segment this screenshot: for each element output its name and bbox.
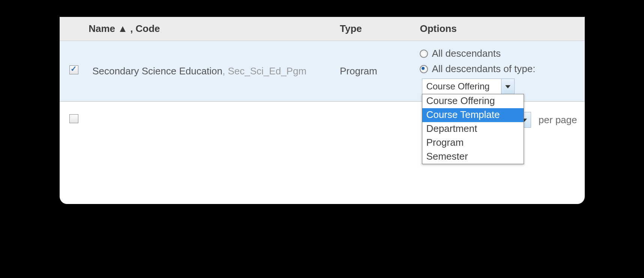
- org-unit-table: Name ▲ , Code Type Options Secondary Sci…: [60, 17, 585, 204]
- table-panel: Name ▲ , Code Type Options Secondary Sci…: [60, 17, 585, 204]
- table-header-row: Name ▲ , Code Type Options: [60, 17, 585, 41]
- option-all-descendants-of-type-label: All descendants of type:: [432, 63, 535, 75]
- option-all-descendants-label: All descendants: [432, 48, 501, 59]
- option-all-descendants-of-type[interactable]: All descendants of type:: [420, 63, 535, 75]
- radio-all-descendants[interactable]: [420, 50, 428, 58]
- dropdown-item[interactable]: Program: [422, 136, 524, 150]
- col-header-options: Options: [416, 17, 584, 41]
- row-name-text: Secondary Science Education: [92, 65, 222, 77]
- select-all-checkbox[interactable]: [69, 114, 78, 123]
- descendant-type-select[interactable]: Course Offering: [422, 79, 515, 94]
- table-row: Secondary Science Education, Sec_Sci_Ed_…: [60, 41, 585, 102]
- col-header-name-code[interactable]: Name ▲ , Code: [89, 17, 336, 41]
- chevron-down-icon: [505, 81, 510, 92]
- row-options: All descendants All descendants of type:…: [420, 48, 581, 94]
- col-header-type: Type: [336, 17, 416, 41]
- descendant-type-dropdown[interactable]: Course OfferingCourse TemplateDepartment…: [422, 94, 524, 164]
- row-name-sep: ,: [222, 65, 228, 77]
- descendant-type-select-button[interactable]: [501, 79, 514, 94]
- dropdown-item[interactable]: Department: [422, 122, 524, 136]
- descendant-type-select-value: Course Offering: [422, 79, 501, 94]
- option-all-descendants[interactable]: All descendants: [420, 48, 501, 59]
- row-checkbox[interactable]: [69, 65, 78, 74]
- row-name-code: Secondary Science Education, Sec_Sci_Ed_…: [92, 65, 306, 77]
- row-code-text: Sec_Sci_Ed_Pgm: [228, 65, 306, 77]
- dropdown-item[interactable]: Course Template: [422, 108, 524, 122]
- row-type-text: Program: [336, 41, 416, 102]
- col-header-checkbox: [60, 17, 89, 41]
- dropdown-item[interactable]: Course Offering: [422, 94, 524, 108]
- radio-all-descendants-of-type[interactable]: [420, 65, 428, 73]
- dropdown-item[interactable]: Semester: [422, 150, 524, 164]
- svg-marker-0: [505, 85, 510, 88]
- per-page-label: per page: [539, 114, 577, 126]
